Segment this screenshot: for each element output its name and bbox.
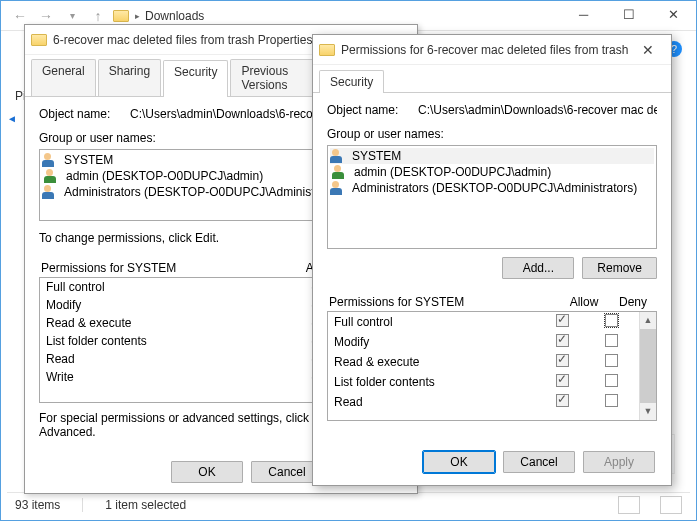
permission-name: Modify xyxy=(46,298,288,312)
tab-security[interactable]: Security xyxy=(319,70,384,93)
advanced-hint: For special permissions or advanced sett… xyxy=(39,411,310,439)
deny-checkbox[interactable] xyxy=(605,314,618,327)
user-row[interactable]: SYSTEM xyxy=(330,148,654,164)
permission-name: Read xyxy=(46,352,288,366)
object-name-value: C:\Users\admin\Downloads\6-recover xyxy=(130,107,329,121)
tab-security[interactable]: Security xyxy=(163,60,228,97)
deny-header: Deny xyxy=(611,295,655,309)
folder-icon xyxy=(319,44,335,56)
back-icon[interactable]: ← xyxy=(9,8,31,24)
history-dropdown-icon[interactable]: ▾ xyxy=(61,10,83,21)
users-icon xyxy=(42,185,58,199)
object-name-label: Object name: xyxy=(327,103,402,117)
forward-icon[interactable]: → xyxy=(35,8,57,24)
crumb-chevron-icon[interactable]: ▸ xyxy=(133,11,141,21)
users-icon xyxy=(330,149,346,163)
permission-name: Read & execute xyxy=(334,355,535,369)
user-row[interactable]: admin (DESKTOP-O0DUPCJ\admin) xyxy=(330,164,654,180)
permissions-header: Permissions for SYSTEM xyxy=(41,261,293,275)
status-bar: 93 items 1 item selected xyxy=(7,492,690,516)
deny-cell xyxy=(589,394,633,410)
user-label: SYSTEM xyxy=(352,149,401,163)
remove-button[interactable]: Remove xyxy=(582,257,657,279)
ok-button[interactable]: OK xyxy=(423,451,495,473)
allow-cell xyxy=(535,314,589,330)
thumbnails-view-button[interactable] xyxy=(660,496,682,514)
up-icon[interactable]: ↑ xyxy=(87,8,109,24)
status-item-count: 93 items xyxy=(15,498,60,512)
allow-cell xyxy=(535,334,589,350)
group-users-list[interactable]: SYSTEMadmin (DESKTOP-O0DUPCJ\admin)Admin… xyxy=(327,145,657,249)
tab-general[interactable]: General xyxy=(31,59,96,96)
permission-row: Modify xyxy=(328,332,639,352)
group-users-label: Group or user names: xyxy=(327,127,657,141)
scrollbar[interactable]: ▲ ▼ xyxy=(639,312,656,420)
permission-name: Read xyxy=(334,395,535,409)
user-label: Administrators (DESKTOP-O0DUPCJ\Administ… xyxy=(352,181,637,195)
user-label: SYSTEM xyxy=(64,153,113,167)
allow-checkbox[interactable] xyxy=(556,374,569,387)
cancel-button[interactable]: Cancel xyxy=(503,451,575,473)
scroll-up-icon[interactable]: ▲ xyxy=(640,312,656,329)
user-label: admin (DESKTOP-O0DUPCJ\admin) xyxy=(354,165,551,179)
apply-button[interactable]: Apply xyxy=(583,451,655,473)
user-label: Administrators (DESKTOP-O0DUPCJ\Administ… xyxy=(64,185,349,199)
permission-name: Full control xyxy=(334,315,535,329)
user-row[interactable]: Administrators (DESKTOP-O0DUPCJ\Administ… xyxy=(330,180,654,196)
permission-row: List folder contents xyxy=(328,372,639,392)
ok-button[interactable]: OK xyxy=(171,461,243,483)
deny-checkbox[interactable] xyxy=(605,354,618,367)
nav-buttons: ← → ▾ ↑ xyxy=(9,8,109,24)
user-icon xyxy=(44,169,60,183)
permission-name: Read & execute xyxy=(46,316,288,330)
maximize-button[interactable]: ☐ xyxy=(606,1,651,29)
deny-cell xyxy=(589,374,633,390)
allow-checkbox[interactable] xyxy=(556,354,569,367)
permissions-list: Full controlModifyRead & executeList fol… xyxy=(327,311,657,421)
allow-header: Allow xyxy=(557,295,611,309)
allow-cell xyxy=(535,354,589,370)
permission-name: List folder contents xyxy=(334,375,535,389)
pin-icon: ◄ xyxy=(7,113,21,124)
folder-icon xyxy=(31,34,47,46)
deny-checkbox[interactable] xyxy=(605,374,618,387)
deny-checkbox[interactable] xyxy=(605,394,618,407)
deny-cell xyxy=(589,314,633,330)
scroll-thumb[interactable] xyxy=(640,329,656,403)
permission-name: Write xyxy=(46,370,288,384)
allow-checkbox[interactable] xyxy=(556,334,569,347)
allow-checkbox[interactable] xyxy=(556,314,569,327)
deny-checkbox[interactable] xyxy=(605,334,618,347)
permission-row: Read xyxy=(328,392,639,412)
permissions-tabs: Security xyxy=(313,65,671,93)
scroll-down-icon[interactable]: ▼ xyxy=(640,403,656,420)
window-controls: ─ ☐ ✕ xyxy=(561,1,696,29)
permission-row: Read & execute xyxy=(328,352,639,372)
user-icon xyxy=(332,165,348,179)
permissions-dialog: Permissions for 6-recover mac deleted fi… xyxy=(312,34,672,486)
object-name-value: C:\Users\admin\Downloads\6-recover mac d… xyxy=(418,103,657,117)
permissions-title: Permissions for 6-recover mac deleted fi… xyxy=(341,43,631,57)
users-icon xyxy=(330,181,346,195)
folder-icon xyxy=(113,10,129,22)
allow-cell xyxy=(535,394,589,410)
minimize-button[interactable]: ─ xyxy=(561,1,606,29)
tab-sharing[interactable]: Sharing xyxy=(98,59,161,96)
object-name-label: Object name: xyxy=(39,107,114,121)
permissions-header: Permissions for SYSTEM xyxy=(329,295,557,309)
nav-rail: ◄ xyxy=(7,73,21,480)
users-icon xyxy=(42,153,58,167)
allow-checkbox[interactable] xyxy=(556,394,569,407)
deny-cell xyxy=(589,334,633,350)
user-label: admin (DESKTOP-O0DUPCJ\admin) xyxy=(66,169,263,183)
permission-name: List folder contents xyxy=(46,334,288,348)
add-button[interactable]: Add... xyxy=(502,257,574,279)
details-view-button[interactable] xyxy=(618,496,640,514)
close-button[interactable]: ✕ xyxy=(651,1,696,29)
address-text[interactable]: Downloads xyxy=(145,9,204,23)
permission-name: Full control xyxy=(46,280,288,294)
deny-cell xyxy=(589,354,633,370)
status-selected-count: 1 item selected xyxy=(105,498,186,512)
permission-row: Full control xyxy=(328,312,639,332)
close-button[interactable]: ✕ xyxy=(631,42,665,58)
